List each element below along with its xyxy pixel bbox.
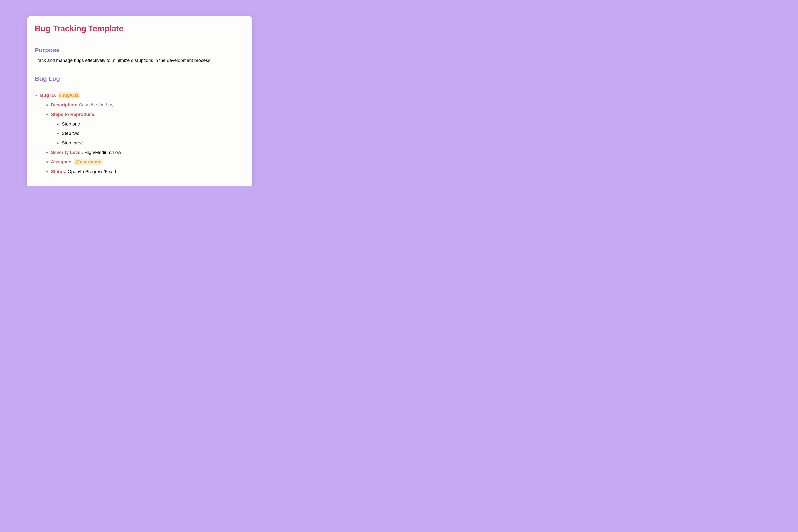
description-placeholder: Describe the bug: [79, 102, 113, 108]
list-item-steps: Steps to Reproduce: Step one Step two St…: [45, 111, 245, 146]
section-heading-buglog: Bug Log: [35, 75, 245, 82]
purpose-text-before: Track and manage bugs effectively to: [35, 58, 112, 63]
severity-value: High/Medium/Low: [84, 150, 121, 155]
list-item-bug-id: Bug ID: #bug/001 Description: Describe t…: [35, 92, 245, 175]
bug-id-pill: #bug/001: [58, 92, 80, 99]
list-item-status: Status: Open/In Progress/Fixed: [45, 169, 245, 175]
field-label-severity: Severity Level:: [51, 150, 83, 155]
assignee-pill: @username: [74, 159, 102, 165]
step-text: Step one: [62, 121, 80, 127]
status-value: Open/In Progress/Fixed: [68, 169, 116, 174]
field-label-steps: Steps to Reproduce:: [51, 112, 96, 117]
purpose-underlined-word: minimize: [112, 58, 130, 63]
list-item-description: Description: Describe the bug: [45, 102, 245, 108]
step-text: Step three: [62, 140, 83, 146]
field-label-description: Description:: [51, 102, 77, 108]
field-label-bug-id: Bug ID:: [40, 93, 56, 98]
document-card: ¶ Bug Tracking Template Purpose Track an…: [27, 16, 252, 186]
pilcrow-icon: ¶: [245, 19, 247, 24]
section-heading-purpose: Purpose: [35, 46, 245, 54]
step-text: Step two: [62, 131, 80, 136]
field-label-status: Status:: [51, 169, 66, 174]
list-item-severity: Severity Level: High/Medium/Low: [45, 149, 245, 156]
list-item-step: Step three: [56, 140, 245, 146]
field-label-assignee: Assignee:: [51, 159, 73, 164]
list-item-assignee: Assignee: @username: [45, 159, 245, 165]
purpose-paragraph: Track and manage bugs effectively to min…: [35, 57, 245, 63]
purpose-text-after: disruptions in the development process.: [130, 58, 212, 63]
page-title: Bug Tracking Template: [35, 24, 245, 33]
list-item-step: Step two: [56, 130, 245, 136]
bug-log-list: Bug ID: #bug/001 Description: Describe t…: [35, 92, 245, 175]
list-item-step: Step one: [56, 121, 245, 127]
